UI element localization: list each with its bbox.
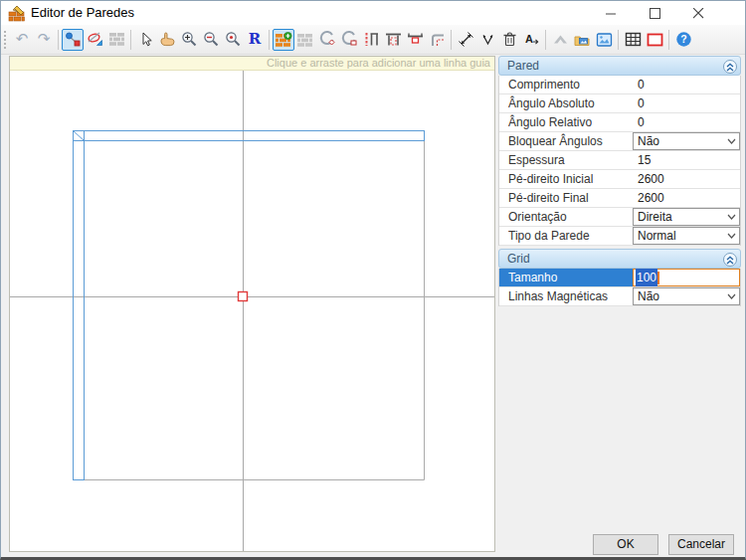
toolbar-separator <box>58 30 59 50</box>
wall-brick-active-button[interactable] <box>273 29 294 51</box>
roof-disabled-icon <box>552 31 569 48</box>
wall-top <box>74 131 425 141</box>
section-header-grid[interactable]: Grid <box>498 249 741 269</box>
wall-brick-active-icon <box>275 32 292 47</box>
refresh-r-button[interactable]: R <box>244 29 266 51</box>
property-label: Pé-direito Inicial <box>499 170 633 188</box>
pan-hand-button[interactable] <box>156 29 178 51</box>
undo-icon: ↶ <box>16 32 29 47</box>
ok-button[interactable]: OK <box>593 534 658 555</box>
property-row-tamanho[interactable]: Tamanho 100 <box>499 269 740 287</box>
property-value[interactable]: 2600 <box>633 189 740 207</box>
section-header-pared[interactable]: Pared <box>498 56 741 76</box>
collapse-button[interactable] <box>723 60 737 74</box>
property-value[interactable]: 0 <box>633 76 740 93</box>
property-row-comprimento[interactable]: Comprimento 0 <box>499 76 740 94</box>
toolbar-gripper[interactable] <box>4 31 8 49</box>
titlebar[interactable]: Editor de Paredes <box>1 1 745 25</box>
measure-angle-icon <box>479 31 496 48</box>
pan-hand-icon <box>158 31 176 48</box>
measure-diagonal-button[interactable] <box>455 29 476 51</box>
junction-top-icon <box>385 31 402 48</box>
guide-hint-bar: Clique e arraste para adicionar uma linh… <box>10 57 494 71</box>
draw-wall-button[interactable] <box>62 29 84 51</box>
grid-button[interactable] <box>622 29 644 51</box>
zoom-out-button[interactable] <box>200 29 222 51</box>
junction-bottom-icon <box>407 31 424 48</box>
junction-left-icon <box>363 31 380 48</box>
pared-rows: Comprimento 0 Ângulo Absoluto 0 Ângulo R… <box>498 76 741 246</box>
arc-square-button[interactable] <box>338 29 360 51</box>
collapse-button[interactable] <box>723 253 737 267</box>
junction-left-button[interactable] <box>360 29 382 51</box>
tipo-da-parede-combobox[interactable]: Normal <box>633 227 740 245</box>
property-row-espessura[interactable]: Espessura 15 <box>499 151 740 170</box>
property-value[interactable]: 15 <box>633 151 740 169</box>
close-button[interactable] <box>676 1 720 25</box>
text-rotate-icon: A <box>523 31 540 48</box>
property-row-orientacao[interactable]: Orientação Direita <box>499 208 740 227</box>
tamanho-edit-field[interactable]: 100 <box>633 269 740 286</box>
red-rectangle-button[interactable] <box>644 29 665 51</box>
wall-brick-disabled-icon <box>296 32 314 47</box>
maximize-button[interactable] <box>633 1 676 25</box>
redo-button[interactable]: ↷ <box>33 29 55 51</box>
app-brick-wall-icon <box>8 5 25 22</box>
property-row-linhas-magneticas[interactable]: Linhas Magnéticas Não <box>499 287 740 306</box>
chevron-down-icon <box>723 138 739 144</box>
refresh-r-icon: R <box>249 32 261 47</box>
arc-square-icon <box>341 31 358 48</box>
junction-corner-button[interactable] <box>426 29 448 51</box>
roof-disabled-button[interactable] <box>549 29 571 51</box>
orientacao-combobox[interactable]: Direita <box>633 208 740 226</box>
combo-value: Direita <box>634 208 723 226</box>
property-row-tipo-da-parede[interactable]: Tipo da Parede Normal <box>499 227 740 246</box>
property-value[interactable]: 2600 <box>633 170 740 188</box>
property-row-bloquear-angulos[interactable]: Bloquear Ângulos Não <box>499 132 740 151</box>
junction-bottom-button[interactable] <box>404 29 426 51</box>
drawing-surface[interactable] <box>10 71 494 551</box>
zoom-region-button[interactable] <box>222 29 244 51</box>
brick-disabled-button[interactable] <box>105 29 127 51</box>
minimize-button[interactable] <box>589 1 633 25</box>
demolish-wall-button[interactable] <box>84 29 105 51</box>
chevron-down-icon <box>723 233 739 239</box>
grid-icon <box>625 32 642 47</box>
text-caret <box>657 272 659 284</box>
image-viewer-button[interactable] <box>593 29 615 51</box>
property-row-angulo-absoluto[interactable]: Ângulo Absoluto 0 <box>499 94 740 113</box>
property-row-angulo-relativo[interactable]: Ângulo Relativo 0 <box>499 113 740 132</box>
trash-icon <box>501 31 518 48</box>
property-label: Ângulo Absoluto <box>499 94 633 112</box>
arc-diamond-button[interactable] <box>316 29 338 51</box>
select-cursor-button[interactable] <box>134 29 156 51</box>
trash-button[interactable] <box>498 29 520 51</box>
zoom-in-button[interactable] <box>178 29 200 51</box>
chevron-double-up-icon <box>726 63 734 72</box>
undo-button[interactable]: ↶ <box>11 29 33 51</box>
combo-value: Não <box>634 132 723 150</box>
wall-brick-disabled-button[interactable] <box>294 29 316 51</box>
property-row-pe-direito-final[interactable]: Pé-direito Final 2600 <box>499 189 740 208</box>
property-value[interactable]: 0 <box>633 113 740 131</box>
property-value[interactable]: 0 <box>633 94 740 112</box>
measure-angle-button[interactable] <box>476 29 498 51</box>
brick-disabled-icon <box>108 32 125 47</box>
cancel-button[interactable]: Cancelar <box>668 534 734 555</box>
toolbar-separator <box>618 30 619 50</box>
text-rotate-button[interactable]: A <box>520 29 542 51</box>
bloquear-angulos-combobox[interactable]: Não <box>633 132 740 150</box>
toolbar-separator <box>545 30 546 50</box>
svg-text:?: ? <box>680 33 686 45</box>
junction-top-button[interactable] <box>382 29 404 51</box>
open-image-folder-button[interactable] <box>571 29 593 51</box>
property-row-pe-direito-inicial[interactable]: Pé-direito Inicial 2600 <box>499 170 740 189</box>
wall-canvas[interactable]: Clique e arraste para adicionar uma linh… <box>9 56 495 552</box>
chevron-down-icon <box>723 293 739 299</box>
select-cursor-icon <box>137 31 154 48</box>
linhas-magneticas-combobox[interactable]: Não <box>633 287 740 305</box>
section-title: Grid <box>507 252 530 266</box>
chevron-down-icon <box>723 214 739 220</box>
properties-panel: Pared Comprimento 0 Ângulo Absoluto 0 <box>498 56 741 306</box>
help-button[interactable]: ? <box>672 29 694 51</box>
